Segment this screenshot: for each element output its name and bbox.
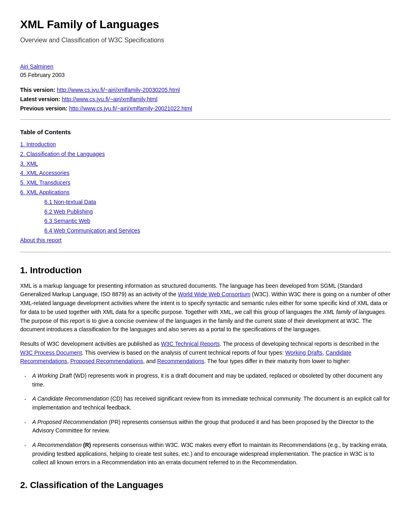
previous-version-line: Previous version: http://www.cs.jyu.fi/~…	[20, 104, 391, 113]
previous-version-link[interactable]: http://www.cs.jyu.fi/~airi/xmlfamily-200…	[69, 105, 192, 112]
recommendations-link[interactable]: Recommendations	[157, 358, 204, 364]
page-title: XML Family of Languages	[20, 16, 391, 33]
intro-para1: XML is a markup language for presenting …	[20, 282, 391, 334]
toc-sub-6-1[interactable]: 6.1 Non-textual Data	[44, 197, 391, 207]
w3c-process-link[interactable]: W3C Process Document	[20, 349, 82, 356]
toc-item-2[interactable]: 2. Classification of the Languages	[20, 150, 391, 159]
versions-block: This version: http://www.cs.jyu.fi/~airi…	[20, 86, 391, 120]
introduction-heading: 1. Introduction	[20, 264, 391, 277]
previous-version-label: Previous version:	[20, 105, 68, 112]
latest-version-line: Latest version: http://www.cs.jyu.fi/~ai…	[20, 95, 391, 104]
toc-item-5[interactable]: 5. XML Transducers	[20, 178, 391, 188]
toc-item-6[interactable]: 6. XML Applications	[20, 188, 391, 197]
bullet1-rest: (WD) represents work in progress, it is …	[32, 372, 382, 388]
toc-item-4[interactable]: 4. XML Accessories	[20, 168, 391, 178]
toc-about[interactable]: About this report	[20, 236, 391, 245]
toc-sub-6-3[interactable]: 6.3 Semantic Web	[44, 216, 391, 226]
latest-version-link[interactable]: http://www.cs.jyu.fi/~airi/xmlfamily.htm…	[62, 96, 157, 102]
bullet3-italic: A Proposed Recommendation	[32, 419, 107, 425]
wwwc-link[interactable]: World Wide Web Consortium	[178, 291, 250, 297]
bullet2-italic: A Candidate Recommendation	[32, 395, 109, 402]
toc-sub-6-2[interactable]: 6.2 Web Publishing	[44, 207, 391, 217]
this-version-label: This version:	[20, 87, 55, 93]
toc-title: Table of Contents	[20, 128, 391, 137]
this-version-link[interactable]: http://www.cs.jyu.fi/~airi/xmlfamily-200…	[57, 87, 180, 93]
bullet-item-4: A Recommendation (R) represents consensu…	[20, 441, 391, 467]
bullet-list: A Working Draft (WD) represents work in …	[20, 372, 391, 467]
bullet1-italic: A Working Draft	[32, 372, 72, 379]
bullet-item-3: A Proposed Recommendation (PR) represent…	[20, 418, 391, 435]
wd-link[interactable]: Working Drafts	[285, 349, 322, 356]
page-subtitle: Overview and Classification of W3C Speci…	[20, 35, 391, 45]
pr-link[interactable]: Proposed Recommendations	[71, 358, 143, 364]
this-version-line: This version: http://www.cs.jyu.fi/~airi…	[20, 86, 391, 94]
toc-sub-6-4[interactable]: 6.4 Web Communication and Services	[44, 226, 391, 236]
toc-item-1[interactable]: 1. Introduction	[20, 140, 391, 150]
bullet-item-1: A Working Draft (WD) represents work in …	[20, 372, 391, 389]
intro-para2: Results of W3C development activities ar…	[20, 340, 391, 366]
bullet4-italic: A Recommendation	[32, 442, 81, 448]
author-link[interactable]: Airi Salminen	[20, 63, 53, 70]
author-date: 05 February 2003	[20, 72, 65, 78]
table-of-contents: Table of Contents 1. Introduction 2. Cla…	[20, 128, 391, 252]
bullet4-bold: (R)	[83, 442, 91, 448]
classification-heading: 2. Classification of the Languages	[20, 478, 391, 492]
toc-item-3[interactable]: 3. XML	[20, 159, 391, 169]
author-block: Airi Salminen 05 February 2003	[20, 62, 391, 79]
latest-version-label: Latest version:	[20, 96, 60, 102]
bullet-item-2: A Candidate Recommendation (CD) has rece…	[20, 395, 391, 412]
w3c-tech-link[interactable]: W3C Technical Reports	[161, 341, 220, 347]
